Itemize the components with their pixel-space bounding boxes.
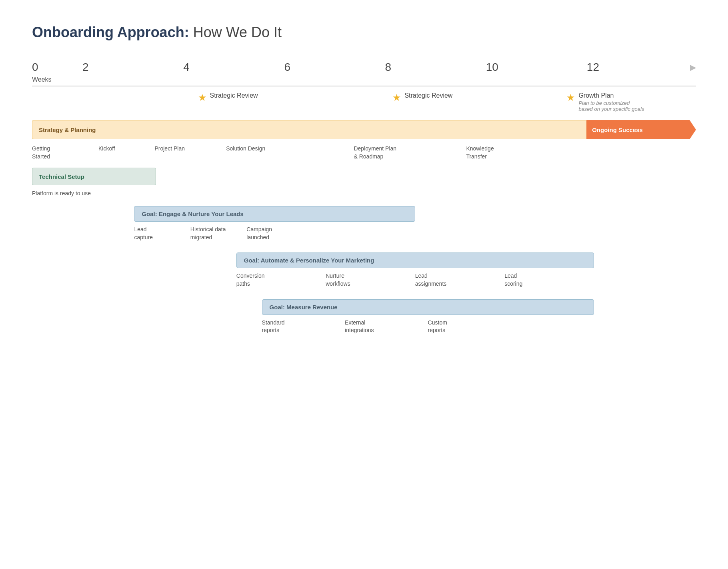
strategy-item-kickoff: Kickoff: [98, 145, 154, 160]
week-0: 0: [32, 61, 82, 74]
goal-3-item-external-integrations: Externalintegrations: [345, 319, 428, 335]
technical-items-row: Platform is ready to use: [32, 188, 696, 206]
ongoing-success-bar: Ongoing Success: [586, 120, 696, 139]
technical-setup-bar-row: Technical Setup: [32, 168, 696, 185]
goal-1-content: Goal: Engage & Nurture Your Leads Leadca…: [134, 206, 415, 241]
week-12: 12: [587, 61, 688, 74]
goal-1-item-historical-data: Historical datamigrated: [190, 226, 246, 241]
goal-2-content: Goal: Automate & Personalize Your Market…: [236, 252, 594, 288]
goal-1-indent: [32, 206, 134, 241]
week-8: 8: [385, 61, 486, 74]
star-growth-plan: ★ Growth Plan Plan to be customizedbased…: [566, 92, 644, 112]
star-label-1: Strategic Review: [210, 92, 258, 99]
weeks-label-row: Weeks: [32, 76, 696, 83]
strategy-items-row: GettingStarted Kickoff Project Plan Solu…: [32, 143, 696, 168]
goal-3-indent: [32, 299, 262, 335]
week-2: 2: [82, 61, 183, 74]
goal-1-section: Goal: Engage & Nurture Your Leads Leadca…: [32, 206, 696, 241]
timeline-divider: [32, 86, 696, 86]
goal-1-item-campaign-launched: Campaignlaunched: [246, 226, 302, 241]
goal-2-item-lead-assignments: Leadassignments: [415, 272, 504, 288]
stars-container: ★ Strategic Review ★ Strategic Review ★ …: [32, 92, 696, 112]
strategy-item-getting-started: GettingStarted: [32, 145, 98, 160]
weeks-label: Weeks: [32, 76, 696, 83]
week-10: 10: [486, 61, 587, 74]
technical-setup-bar: Technical Setup: [32, 168, 156, 185]
timeline-arrow: ▶: [690, 62, 696, 72]
week-4: 4: [183, 61, 284, 74]
strategy-planning-bar-row: Strategy & Planning Ongoing Success: [32, 120, 696, 139]
goal-1-items: Leadcapture Historical datamigrated Camp…: [134, 226, 415, 241]
goal-2-items: Conversionpaths Nurtureworkflows Leadass…: [236, 272, 594, 288]
star-sublabel-3: Plan to be customizedbased on your speci…: [578, 100, 644, 112]
goal-2-item-conversion-paths: Conversionpaths: [236, 272, 326, 288]
goal-1-header: Goal: Engage & Nurture Your Leads: [134, 206, 415, 222]
strategy-item-knowledge-transfer: KnowledgeTransfer: [466, 145, 558, 160]
goal-2-header: Goal: Automate & Personalize Your Market…: [236, 252, 594, 268]
goal-3-item-standard-reports: Standardreports: [262, 319, 345, 335]
strategy-item-project-plan: Project Plan: [154, 145, 226, 160]
strategy-item-solution-design: Solution Design: [226, 145, 354, 160]
week-6: 6: [284, 61, 385, 74]
goal-3-item-custom-reports: Customreports: [428, 319, 511, 335]
page-title: Onboarding Approach: How We Do It: [32, 24, 696, 41]
goal-3-section: Goal: Measure Revenue Standardreports Ex…: [32, 299, 696, 335]
goal-2-section: Goal: Automate & Personalize Your Market…: [32, 252, 696, 288]
strategy-item-deployment-plan: Deployment Plan& Roadmap: [354, 145, 466, 160]
strategy-planning-bar: Strategy & Planning: [32, 120, 586, 139]
goal-3-header: Goal: Measure Revenue: [262, 299, 594, 315]
goal-3-items: Standardreports Externalintegrations Cus…: [262, 319, 594, 335]
star-strategic-review-1: ★ Strategic Review: [198, 92, 258, 112]
goal-2-indent: [32, 252, 236, 288]
star-label-2: Strategic Review: [404, 92, 452, 99]
technical-item-platform: Platform is ready to use: [32, 190, 156, 196]
goal-2-item-lead-scoring: Leadscoring: [504, 272, 594, 288]
star-label-3: Growth Plan: [578, 92, 644, 99]
star-icon-2: ★: [392, 92, 401, 104]
star-icon-3: ★: [566, 92, 575, 104]
timeline-weeks-row: 0 2 4 6 8 10 12 ▶: [32, 61, 696, 74]
star-icon-1: ★: [198, 92, 207, 104]
goal-2-item-nurture-workflows: Nurtureworkflows: [326, 272, 415, 288]
star-strategic-review-2: ★ Strategic Review: [392, 92, 452, 112]
goal-1-item-lead-capture: Leadcapture: [134, 226, 190, 241]
goal-3-content: Goal: Measure Revenue Standardreports Ex…: [262, 299, 594, 335]
